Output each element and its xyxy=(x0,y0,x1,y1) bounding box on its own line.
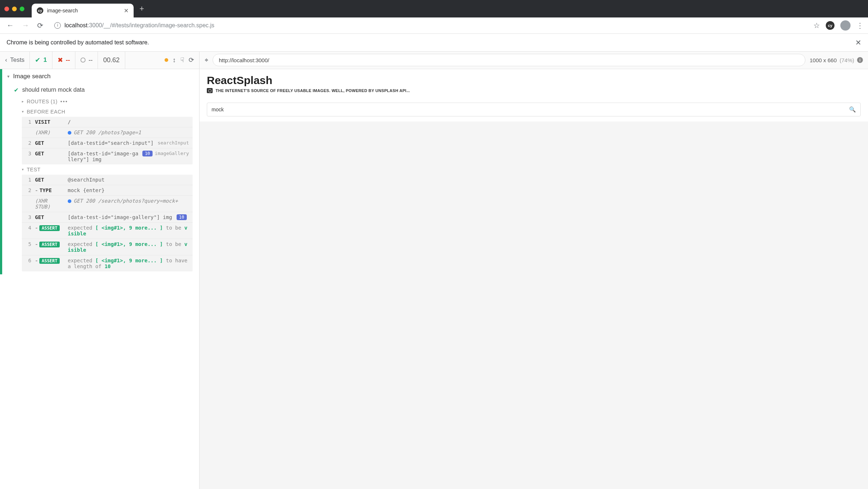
command-name: (XHR) xyxy=(35,130,64,135)
command-row[interactable]: 1VISIT/ xyxy=(22,117,193,127)
app-tagline: THE INTERNET'S SOURCE OF FREELY USABLE I… xyxy=(207,88,861,93)
command-row[interactable]: 1GET@searchInput xyxy=(22,175,193,185)
failed-value: -- xyxy=(66,56,70,64)
test-hook[interactable]: ▾ TEST xyxy=(22,164,199,175)
test-title: should return mock data xyxy=(22,87,85,93)
browser-tab[interactable]: cy image-search ✕ xyxy=(32,4,134,17)
camera-icon xyxy=(207,88,213,93)
assert-badge: ASSERT xyxy=(39,258,59,264)
command-row[interactable]: 2-TYPEmock {enter} xyxy=(22,185,193,196)
command-number: 2 xyxy=(25,140,31,146)
command-row[interactable]: (XHR)GET 200 /photos?page=1 xyxy=(22,127,193,138)
profile-avatar-icon[interactable] xyxy=(840,20,851,31)
app-title: ReactSplash xyxy=(207,74,861,87)
command-message: GET 200 /photos?page=1 xyxy=(68,130,189,135)
reporter-panel: ‹ Tests ✔ 1 ✖ -- -- 00.62 ↕ ☟ ⟳ xyxy=(0,52,200,489)
search-box[interactable]: 🔍 xyxy=(207,103,861,116)
browser-chrome: cy image-search ✕ + xyxy=(0,0,868,17)
duration-value: 00.62 xyxy=(103,56,119,64)
search-input[interactable] xyxy=(212,107,849,112)
command-message: [data-testid="search-input"] xyxy=(68,140,154,146)
command-row[interactable]: 5-ASSERTexpected [ <img#1>, 9 more... ] … xyxy=(22,239,193,255)
command-name: GET xyxy=(35,140,64,146)
x-icon: ✖ xyxy=(58,56,63,64)
aut-panel: ⌖ http://localhost:3000/ 1000 x 660 (74%… xyxy=(200,52,868,489)
banner-close-icon[interactable]: ✕ xyxy=(855,38,861,47)
command-number: 2 xyxy=(25,187,31,193)
suite-block: ▾ Image search ✔ should return mock data… xyxy=(0,69,199,274)
command-row[interactable]: (XHR STUB)GET 200 /search/photos?query=m… xyxy=(22,196,193,212)
command-name: GET xyxy=(35,177,64,183)
aut-header: ⌖ http://localhost:3000/ 1000 x 660 (74%… xyxy=(200,52,868,69)
bookmark-star-icon[interactable]: ☆ xyxy=(813,21,820,30)
cypress-extension-icon[interactable]: cy xyxy=(826,21,835,30)
caret-right-icon: ▸ xyxy=(22,99,24,103)
check-icon: ✔ xyxy=(14,87,19,94)
reporter-header: ‹ Tests ✔ 1 ✖ -- -- 00.62 ↕ ☟ ⟳ xyxy=(0,52,199,69)
resize-icon[interactable]: ↕ xyxy=(173,56,176,64)
new-tab-button[interactable]: + xyxy=(139,4,144,13)
tagline-text: THE INTERNET'S SOURCE OF FREELY USABLE I… xyxy=(216,88,410,93)
command-row[interactable]: 4-ASSERTexpected [ <img#1>, 9 more... ] … xyxy=(22,223,193,239)
browser-menu-icon[interactable]: ⋮ xyxy=(856,21,864,30)
assert-badge: ASSERT xyxy=(39,225,59,231)
circle-icon xyxy=(80,57,86,63)
assert-badge: ASSERT xyxy=(39,242,59,247)
command-name: GET xyxy=(35,214,64,220)
cursor-icon[interactable]: ☟ xyxy=(180,56,184,64)
command-message: expected [ <img#1>, 9 more... ] to have … xyxy=(68,258,189,269)
command-number: 3 xyxy=(25,151,31,156)
command-number: 6 xyxy=(25,258,31,263)
info-icon[interactable]: i xyxy=(857,57,863,63)
xhr-dot-icon xyxy=(68,131,71,135)
command-number: 5 xyxy=(25,241,31,247)
viewport-info[interactable]: 1000 x 660 (74%) i xyxy=(810,57,863,63)
selector-playground-icon[interactable]: ⌖ xyxy=(205,56,208,64)
tab-close-icon[interactable]: ✕ xyxy=(124,7,129,14)
failed-count: ✖ -- xyxy=(52,52,75,69)
test-header[interactable]: ✔ should return mock data xyxy=(2,84,199,96)
search-icon[interactable]: 🔍 xyxy=(849,106,856,113)
aut-url-text: http://localhost:3000/ xyxy=(219,57,269,63)
aut-url-bar[interactable]: http://localhost:3000/ xyxy=(213,54,805,66)
command-message: @searchInput xyxy=(68,177,189,183)
ellipsis-icon: ••• xyxy=(60,99,68,104)
command-message: GET 200 /search/photos?query=mock+ xyxy=(68,198,189,204)
before-each-hook[interactable]: ▾ BEFORE EACH xyxy=(22,107,199,117)
aut-iframe: ReactSplash THE INTERNET'S SOURCE OF FRE… xyxy=(200,69,868,122)
back-button[interactable]: ← xyxy=(4,20,16,31)
close-window-icon[interactable] xyxy=(4,7,9,11)
command-row[interactable]: 3GET[data-test-id="image-gallery"] img10… xyxy=(22,148,193,164)
pending-value: -- xyxy=(88,56,92,64)
command-name: (XHR STUB) xyxy=(35,198,64,210)
viewport-size: 1000 x 660 xyxy=(810,57,837,63)
site-info-icon[interactable]: i xyxy=(54,22,61,29)
suite-header[interactable]: ▾ Image search xyxy=(2,69,199,84)
reload-button[interactable]: ⟳ xyxy=(35,20,46,31)
browser-toolbar: ← → ⟳ i localhost:3000/__/#/tests/integr… xyxy=(0,17,868,34)
chevron-down-icon: ▾ xyxy=(22,167,24,171)
maximize-window-icon[interactable] xyxy=(20,7,24,11)
command-message: [data-test-id="image-gallery"] img xyxy=(68,214,173,220)
command-alias: searchInput xyxy=(158,140,189,146)
xhr-dot-icon xyxy=(68,199,71,203)
cypress-favicon-icon: cy xyxy=(37,7,43,14)
test-commands: 1GET@searchInput2-TYPEmock {enter}(XHR S… xyxy=(22,175,193,271)
restart-icon[interactable]: ⟳ xyxy=(189,56,194,64)
command-row[interactable]: 2GET[data-testid="search-input"]searchIn… xyxy=(22,138,193,148)
forward-button[interactable]: → xyxy=(20,20,31,31)
chevron-down-icon: ▾ xyxy=(22,110,24,114)
test-hook-label: TEST xyxy=(27,167,41,172)
routes-hook[interactable]: ▸ ROUTES (1) ••• xyxy=(22,96,199,107)
command-alias: 10 xyxy=(177,214,189,220)
url-text: localhost:3000/__/#/tests/integration/im… xyxy=(64,22,214,29)
command-row[interactable]: 3GET[data-test-id="image-gallery"] img10 xyxy=(22,212,193,223)
suite-title: Image search xyxy=(13,73,51,80)
minimize-window-icon[interactable] xyxy=(12,7,17,11)
command-row[interactable]: 6-ASSERTexpected [ <img#1>, 9 more... ] … xyxy=(22,255,193,271)
tests-back-button[interactable]: ‹ Tests xyxy=(0,52,30,69)
before-each-label: BEFORE EACH xyxy=(27,109,66,115)
automation-banner: Chrome is being controlled by automated … xyxy=(0,34,868,52)
count-badge: 10 xyxy=(177,214,187,220)
address-bar[interactable]: i localhost:3000/__/#/tests/integration/… xyxy=(49,19,810,32)
